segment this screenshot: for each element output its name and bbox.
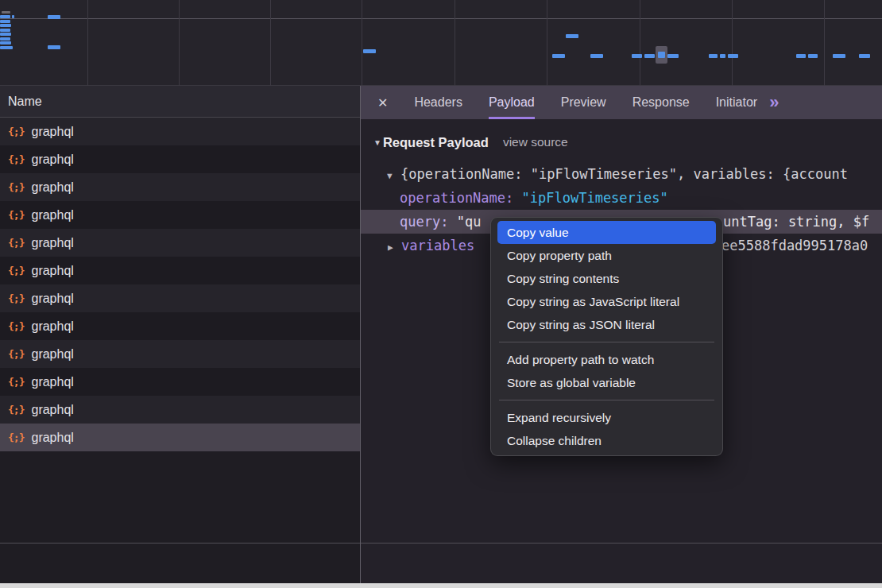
tab-initiator[interactable]: Initiator: [716, 86, 757, 119]
request-timing-bar: [632, 54, 642, 58]
details-tabbar: ✕ HeadersPayloadPreviewResponseInitiator…: [361, 86, 882, 119]
request-name-label: graphql: [31, 403, 73, 417]
request-row-graphql[interactable]: {;}graphql: [0, 229, 360, 257]
requests-panel: Name {;}graphql{;}graphql{;}graphql{;}gr…: [0, 86, 360, 583]
fetch-json-icon: {;}: [8, 404, 24, 416]
request-name-label: graphql: [31, 208, 73, 222]
request-timing-bar: [0, 24, 11, 27]
request-row-graphql[interactable]: {;}graphql: [0, 145, 360, 173]
tab-response[interactable]: Response: [632, 86, 690, 119]
fetch-json-icon: {;}: [8, 292, 24, 304]
request-timing-bar: [796, 54, 806, 58]
fetch-json-icon: {;}: [8, 181, 24, 193]
request-row-graphql[interactable]: {;}graphql: [0, 368, 360, 396]
expand-triangle-icon[interactable]: ▼: [387, 164, 400, 186]
request-name-label: graphql: [31, 236, 73, 250]
payload-object-preview: {operationName: "ipFlowTimeseries", vari…: [400, 166, 848, 182]
fetch-json-icon: {;}: [8, 320, 24, 332]
request-name-label: graphql: [31, 292, 73, 306]
property-key: variables: [401, 238, 474, 253]
request-timing-bar: [0, 46, 13, 49]
payload-root-row[interactable]: ▼{operationName: "ipFlowTimeseries", var…: [361, 162, 882, 186]
name-column-label: Name: [8, 95, 42, 108]
tab-preview[interactable]: Preview: [561, 86, 606, 119]
request-timing-bar: [0, 20, 10, 23]
requests-list: {;}graphql{;}graphql{;}graphql{;}graphql…: [0, 118, 360, 451]
request-row-graphql[interactable]: {;}graphql: [0, 257, 360, 284]
more-tabs-icon[interactable]: »: [769, 92, 779, 113]
overview-gridline: [455, 0, 455, 86]
property-value-right: untTag: string, $f: [723, 210, 869, 234]
fetch-json-icon: {;}: [8, 376, 24, 388]
collapse-triangle-icon[interactable]: ▼: [373, 138, 381, 147]
name-column-header[interactable]: Name: [0, 86, 360, 118]
payload-operationname-row[interactable]: operationName: "ipFlowTimeseries": [361, 186, 882, 210]
menu-item-add-property-path-to-watch[interactable]: Add property path to watch: [497, 348, 716, 371]
menu-item-copy-string-as-json-literal[interactable]: Copy string as JSON literal: [497, 313, 716, 336]
fetch-json-icon: {;}: [8, 209, 24, 221]
property-value: "ipFlowTimeseries": [522, 190, 668, 206]
overview-gridline-horizontal: [0, 18, 882, 19]
context-menu: Copy valueCopy property pathCopy string …: [490, 217, 723, 456]
fetch-json-icon: {;}: [8, 126, 24, 137]
request-timing-bar: [667, 54, 679, 58]
devtools-network-panel: Name {;}graphql{;}graphql{;}graphql{;}gr…: [0, 0, 882, 588]
request-timing-bar: [566, 34, 578, 38]
details-tabs: HeadersPayloadPreviewResponseInitiator: [388, 86, 757, 119]
request-row-graphql[interactable]: {;}graphql: [0, 396, 360, 424]
overview-gridline: [179, 0, 180, 86]
request-row-graphql[interactable]: {;}graphql: [0, 424, 360, 451]
request-timing-bar: [0, 15, 10, 18]
menu-item-copy-string-as-javascript-literal[interactable]: Copy string as JavaScript literal: [497, 290, 716, 313]
request-name-label: graphql: [31, 125, 73, 139]
request-row-graphql[interactable]: {;}graphql: [0, 312, 360, 340]
request-timing-bar: [2, 11, 10, 14]
menu-item-expand-recursively[interactable]: Expand recursively: [497, 406, 716, 429]
overview-gridline: [732, 0, 733, 86]
property-value-left: "qu: [457, 214, 482, 230]
request-row-graphql[interactable]: {;}graphql: [0, 201, 360, 229]
request-timing-bar: [12, 15, 14, 18]
view-source-link[interactable]: view source: [503, 135, 568, 149]
menu-item-copy-value[interactable]: Copy value: [497, 221, 716, 244]
network-overview-timeline[interactable]: [0, 0, 882, 86]
request-name-label: graphql: [31, 319, 73, 334]
fetch-json-icon: {;}: [8, 265, 24, 277]
request-name-label: graphql: [31, 153, 73, 167]
request-row-graphql[interactable]: {;}graphql: [0, 284, 360, 312]
menu-item-copy-property-path[interactable]: Copy property path: [497, 244, 716, 267]
request-timing-bar: [590, 54, 603, 58]
menu-item-collapse-children[interactable]: Collapse children: [497, 429, 716, 452]
request-name-label: graphql: [31, 347, 73, 362]
property-key: operationName:: [400, 190, 522, 206]
fetch-json-icon: {;}: [8, 348, 24, 360]
fetch-json-icon: {;}: [8, 237, 24, 249]
request-timing-bar: [709, 54, 718, 58]
menu-separator: [499, 342, 714, 342]
overview-gridline: [547, 0, 547, 86]
request-timing-bar: [833, 54, 845, 58]
request-timing-bar: [552, 54, 565, 58]
property-key: query:: [400, 214, 457, 230]
close-icon[interactable]: ✕: [377, 95, 388, 110]
request-row-graphql[interactable]: {;}graphql: [0, 340, 360, 368]
overview-gridline: [270, 0, 271, 86]
request-timing-bar: [808, 54, 818, 58]
expand-triangle-icon[interactable]: ▶: [388, 236, 401, 257]
menu-item-copy-string-contents[interactable]: Copy string contents: [497, 267, 716, 290]
request-row-graphql[interactable]: {;}graphql: [0, 173, 360, 201]
request-row-graphql[interactable]: {;}graphql: [0, 118, 360, 145]
fetch-json-icon: {;}: [8, 431, 24, 443]
overview-gridline: [640, 0, 640, 86]
property-value-right: ee5588fdad995178a0: [721, 234, 868, 257]
menu-item-store-as-global-variable[interactable]: Store as global variable: [497, 371, 716, 394]
request-timing-bar: [48, 15, 60, 19]
tab-payload[interactable]: Payload: [489, 86, 535, 119]
tab-headers[interactable]: Headers: [414, 86, 462, 119]
overview-gridline: [362, 0, 362, 86]
request-timing-bar: [0, 41, 11, 44]
request-timing-bar: [644, 54, 655, 58]
request-timing-bar: [0, 37, 10, 41]
panel-resize-divider[interactable]: [360, 86, 361, 583]
request-timing-bar: [48, 45, 60, 49]
